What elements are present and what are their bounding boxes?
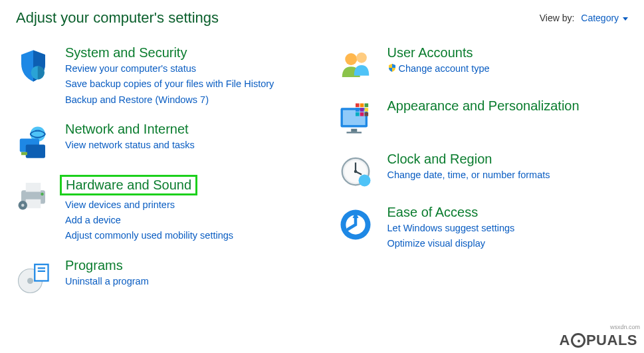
svg-rect-25 — [364, 104, 368, 108]
svg-rect-29 — [356, 112, 360, 116]
monitor-personalization-icon — [336, 98, 376, 138]
svg-rect-4 — [26, 144, 45, 158]
svg-point-9 — [41, 193, 44, 196]
category-hardware-sound: Hardware and Sound View devices and prin… — [13, 175, 316, 245]
category-title[interactable]: System and Security — [65, 45, 187, 60]
subcategory-link[interactable]: Uninstall a program — [65, 275, 284, 288]
watermark-ring-icon — [571, 333, 586, 348]
highlight-annotation: Hardware and Sound — [60, 175, 197, 195]
user-accounts-icon — [336, 45, 376, 85]
subcategory-link[interactable]: View devices and printers — [65, 198, 284, 211]
subcategory-link[interactable]: Optimize visual display — [387, 237, 607, 250]
page-title: Adjust your computer's settings — [16, 9, 219, 27]
subcategory-link[interactable]: View network status and tasks — [65, 138, 284, 152]
svg-rect-5 — [21, 152, 27, 156]
svg-rect-24 — [360, 104, 364, 108]
svg-rect-14 — [35, 265, 48, 281]
svg-point-36 — [354, 170, 357, 174]
ease-of-access-icon — [336, 205, 376, 245]
svg-rect-16 — [38, 271, 45, 272]
svg-rect-7 — [26, 183, 41, 192]
subcategory-link[interactable]: Change date, time, or number formats — [387, 168, 607, 181]
categories-grid: System and Security Review your computer… — [0, 32, 644, 311]
svg-point-17 — [345, 53, 357, 65]
svg-rect-21 — [351, 129, 357, 132]
header: Adjust your computer's settings View by:… — [0, 0, 644, 32]
svg-rect-23 — [356, 104, 360, 108]
category-title[interactable]: Programs — [65, 258, 123, 273]
subcategory-text: Change account type — [399, 63, 490, 74]
watermark-pre: A — [560, 332, 570, 349]
subcategory-link[interactable]: Let Windows suggest settings — [387, 221, 607, 235]
printer-icon — [13, 175, 53, 215]
left-column: System and Security Review your computer… — [13, 45, 316, 311]
shield-icon — [13, 45, 53, 85]
subcategory-link[interactable]: Adjust commonly used mobility settings — [65, 229, 284, 242]
subcategory-link[interactable]: Review your computer's status — [65, 62, 284, 75]
category-title[interactable]: Clock and Region — [387, 152, 492, 167]
svg-rect-30 — [360, 112, 364, 116]
svg-point-11 — [21, 203, 25, 207]
svg-rect-28 — [364, 108, 368, 112]
subcategory-link[interactable]: Save backup copies of your files with Fi… — [65, 77, 284, 90]
category-system-security: System and Security Review your computer… — [13, 45, 316, 108]
svg-point-37 — [358, 175, 370, 187]
view-by-label: View by: — [540, 13, 575, 23]
category-title[interactable]: Appearance and Personalization — [387, 98, 580, 114]
clock-icon — [336, 152, 376, 191]
subcategory-link[interactable]: Add a device — [65, 213, 284, 227]
svg-rect-15 — [38, 267, 45, 269]
view-by-value: Category — [581, 13, 619, 23]
category-title[interactable]: User Accounts — [387, 45, 473, 60]
category-ease-of-access: Ease of Access Let Windows suggest setti… — [336, 205, 638, 253]
svg-point-18 — [356, 53, 367, 63]
svg-point-13 — [27, 278, 33, 284]
svg-rect-26 — [356, 108, 360, 112]
category-clock-region: Clock and Region Change date, time, or n… — [336, 152, 638, 191]
svg-rect-8 — [26, 199, 41, 209]
view-by: View by: Category — [540, 13, 628, 23]
source-note: wsxdn.com — [610, 324, 640, 330]
subcategory-link[interactable]: Backup and Restore (Windows 7) — [65, 93, 284, 106]
watermark: A PUALS — [560, 332, 637, 349]
svg-rect-27 — [360, 108, 364, 112]
category-appearance-personalization: Appearance and Personalization — [336, 98, 638, 138]
right-column: User Accounts Change account type — [336, 45, 638, 311]
watermark-post: PUALS — [586, 332, 637, 349]
view-by-dropdown[interactable]: Category — [581, 13, 628, 23]
category-user-accounts: User Accounts Change account type — [336, 45, 638, 85]
chevron-down-icon — [623, 17, 628, 21]
category-programs: Programs Uninstall a program — [13, 258, 316, 298]
uac-shield-icon — [387, 62, 397, 76]
category-title[interactable]: Hardware and Sound — [66, 177, 191, 193]
category-title[interactable]: Network and Internet — [65, 122, 189, 137]
svg-rect-31 — [364, 112, 368, 116]
globe-network-icon — [13, 122, 53, 162]
category-title[interactable]: Ease of Access — [387, 205, 479, 220]
programs-icon — [13, 258, 53, 298]
svg-rect-22 — [346, 132, 362, 133]
category-network-internet: Network and Internet View network status… — [13, 122, 316, 162]
subcategory-link[interactable]: Change account type — [387, 62, 607, 76]
